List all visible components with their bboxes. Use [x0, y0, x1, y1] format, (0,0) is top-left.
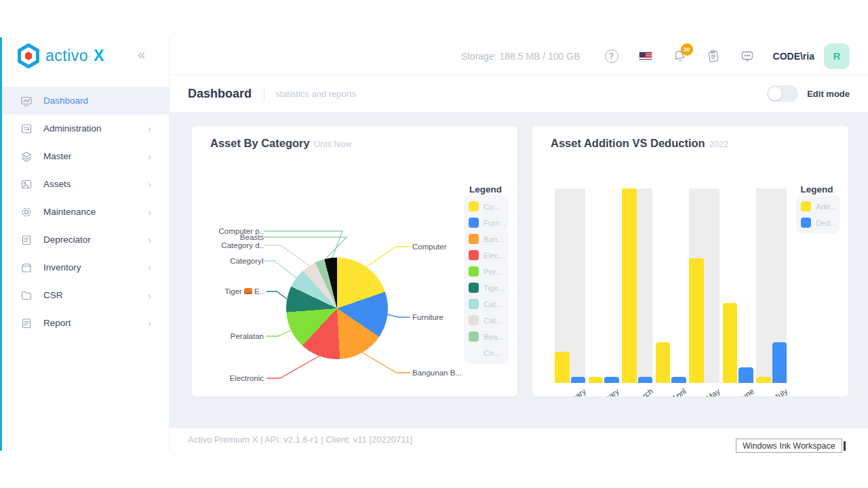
legend-item[interactable]: Elec... — [469, 250, 504, 260]
assets-icon — [20, 178, 33, 190]
legend-swatch — [801, 218, 811, 228]
bar-deduction[interactable] — [671, 377, 686, 383]
page-title: Dashboard — [188, 87, 252, 101]
pie-label-bangunan: Bangunan B... — [412, 369, 462, 377]
sidebar-item-depreciator[interactable]: Depreciator › — [0, 226, 169, 253]
sidebar-item-label: Dashboard — [43, 96, 88, 106]
sidebar-item-assets[interactable]: Assets › — [0, 170, 169, 198]
sidebar-item-administration[interactable]: Administration › — [0, 115, 169, 142]
x-axis-label: February — [591, 387, 620, 396]
pie-legend-title: Legend — [465, 184, 506, 195]
legend-item[interactable]: Add... — [801, 201, 835, 211]
sidebar: activo X « Dashboard Administration › — [0, 37, 170, 451]
legend-item[interactable]: Cat... — [469, 299, 504, 309]
sidebar-item-csr[interactable]: CSR › — [0, 281, 169, 309]
tooltip-text: Windows Ink Workspace — [743, 441, 835, 451]
pie-label-computer: Computer — [412, 243, 447, 251]
windows-ink-workspace-tooltip: Windows Ink Workspace — [736, 439, 842, 453]
notifications-bell-icon[interactable]: 30 — [671, 48, 688, 64]
logo-row: activo X « — [0, 37, 169, 75]
x-axis-label: May — [705, 387, 722, 396]
help-icon[interactable]: ? — [604, 48, 620, 64]
avatar[interactable]: R — [824, 43, 850, 69]
activo-logo[interactable]: activo X — [17, 43, 104, 68]
chat-icon[interactable] — [739, 48, 755, 64]
dashboard-icon — [20, 95, 33, 107]
legend-item[interactable]: Co... — [469, 201, 504, 211]
legend-swatch — [469, 299, 479, 309]
sidebar-item-maintenance[interactable]: Maintenance › — [0, 198, 169, 226]
bar-group-january: January — [555, 188, 585, 383]
x-axis-label: June — [736, 387, 755, 396]
bar-addition[interactable] — [756, 377, 771, 383]
bar-deduction[interactable] — [571, 377, 586, 383]
legend-item[interactable]: Ded... — [801, 218, 835, 228]
bar-addition[interactable] — [723, 303, 738, 383]
edit-mode-toggle[interactable] — [767, 85, 798, 102]
legend-item[interactable]: Per... — [469, 266, 504, 277]
bar-addition[interactable] — [656, 342, 671, 383]
sidebar-item-inventory[interactable]: Inventory › — [0, 253, 169, 281]
legend-swatch — [469, 201, 479, 211]
header-divider — [264, 86, 264, 101]
csr-folder-icon — [20, 289, 33, 302]
chevron-right-icon: › — [148, 234, 151, 245]
legend-item[interactable]: Cat... — [469, 315, 504, 325]
legend-item[interactable]: Furn... — [469, 218, 504, 228]
sidebar-item-label: Report — [43, 318, 71, 328]
legend-item[interactable]: Tige... — [469, 283, 504, 293]
page-header: Dashboard statistics and reports Edit mo… — [170, 75, 868, 112]
legend-swatch — [469, 250, 479, 260]
bar-addition[interactable] — [555, 352, 570, 383]
bar-deduction[interactable] — [738, 367, 753, 383]
topbar: Storage: 188.5 MB / 100 GB ? 30 — [170, 37, 868, 75]
text-cursor — [844, 441, 846, 451]
sidebar-item-label: Depreciator — [43, 235, 91, 245]
legend-swatch — [801, 201, 811, 211]
chevron-right-icon: › — [148, 123, 151, 134]
bar-chart: January February March April — [555, 188, 787, 383]
language-flag-icon[interactable] — [637, 48, 654, 64]
master-icon — [20, 150, 33, 163]
bar-addition[interactable] — [589, 377, 604, 383]
chevron-right-icon: › — [148, 206, 151, 218]
legend-item[interactable]: Bea... — [469, 331, 504, 342]
pie-legend: Co... Furn... Ban... Elec... Per... Tige… — [464, 195, 509, 364]
dashboard-content: Asset By CategoryUntil Now — [170, 112, 868, 428]
sidebar-item-master[interactable]: Master › — [0, 142, 169, 170]
username[interactable]: CODE\ria — [773, 51, 814, 62]
card-title: Asset Addition VS Deduction — [551, 137, 705, 149]
sidebar-collapse-icon[interactable]: « — [138, 47, 145, 62]
bar-addition[interactable] — [622, 188, 637, 383]
bar-deduction[interactable] — [604, 377, 619, 383]
pie-chart[interactable] — [286, 258, 388, 359]
bar-addition[interactable] — [689, 258, 704, 383]
sidebar-item-report[interactable]: Report › — [0, 309, 169, 337]
logo-text: activo — [45, 47, 88, 65]
clipboard-icon[interactable] — [705, 48, 722, 64]
sidebar-item-dashboard[interactable]: Dashboard — [0, 87, 169, 115]
sidebar-item-label: CSR — [43, 290, 63, 300]
bar-deduction[interactable] — [638, 377, 653, 383]
legend-item[interactable]: Co... — [469, 348, 504, 358]
maintenance-gear-icon — [20, 206, 33, 218]
legend-swatch — [469, 218, 479, 228]
pie-chart-area: Computer p.. Beasts Category d.. Categor… — [192, 126, 517, 396]
edit-mode-label: Edit mode — [807, 89, 850, 99]
version-text: Activo Premium X | API: v2.1.6-r1 | Clie… — [188, 434, 412, 445]
legend-swatch — [469, 266, 479, 277]
pie-label-categoryI: CategoryI — [230, 257, 264, 265]
depreciator-icon — [20, 234, 33, 246]
legend-swatch — [469, 315, 479, 325]
window-edge-accent — [0, 37, 2, 451]
legend-item[interactable]: Ban... — [469, 234, 504, 244]
pie-label-peralatan: Peralatan — [231, 332, 264, 340]
asset-addition-vs-deduction-card: Asset Addition VS Deduction2022 January … — [532, 126, 848, 396]
tiger-emoji-icon — [244, 288, 252, 294]
chevron-right-icon: › — [148, 289, 151, 301]
bar-group-july: July — [756, 188, 787, 383]
card-subtitle: 2022 — [709, 139, 729, 149]
bar-deduction[interactable] — [772, 342, 787, 383]
legend-swatch — [469, 283, 479, 293]
pie-label-category-d: Category d.. — [221, 241, 264, 249]
